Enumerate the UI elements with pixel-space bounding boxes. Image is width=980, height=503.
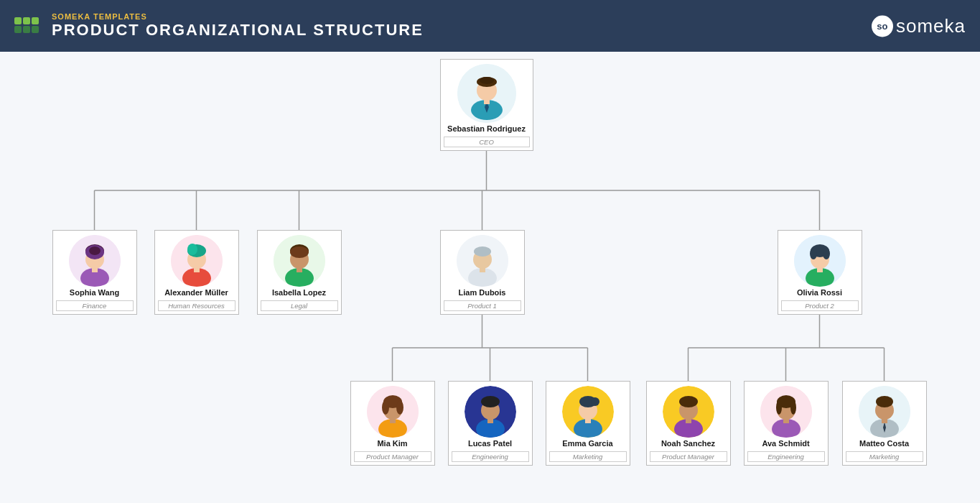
header: SOMEKA TEMPLATES PRODUCT ORGANIZATIONAL …: [0, 0, 980, 52]
org-chart: Sebastian Rodriguez CEO: [24, 52, 957, 503]
svg-point-60: [382, 400, 389, 415]
mia-svg: [367, 386, 419, 438]
svg-point-47: [474, 246, 491, 257]
ceo-name: Sebastian Rodriguez: [447, 124, 526, 133]
ava-role: Engineering: [747, 451, 825, 462]
node-mia: Mia Kim Product Manager: [350, 381, 435, 466]
svg-point-54: [823, 248, 830, 259]
emma-name: Emma Garcia: [562, 439, 612, 448]
svg-point-23: [480, 77, 494, 84]
noah-name: Noah Sanchez: [661, 439, 715, 448]
sophia-role: Finance: [56, 300, 134, 311]
emma-box: Emma Garcia Marketing: [546, 381, 630, 466]
isabella-avatar: [274, 235, 325, 287]
lucas-svg: [465, 386, 516, 438]
ava-svg: [760, 386, 812, 438]
ceo-avatar-svg: [457, 64, 516, 123]
header-title: PRODUCT ORGANIZATIONAL STRUCTURE: [52, 21, 424, 40]
svg-point-72: [591, 397, 599, 406]
noah-box: Noah Sanchez Product Manager: [646, 381, 731, 466]
ava-name: Ava Schmidt: [762, 439, 809, 448]
isabella-svg: [274, 235, 325, 287]
svg-point-36: [187, 244, 197, 255]
logo-sq-1: [14, 17, 22, 24]
sophia-box: Sophia Wang Finance: [52, 230, 137, 315]
node-ava: Ava Schmidt Engineering: [744, 381, 829, 466]
ava-box: Ava Schmidt Engineering: [744, 381, 829, 466]
olivia-name: Olivia Rossi: [797, 288, 842, 297]
matteo-svg: [859, 386, 910, 438]
lucas-role: Engineering: [452, 451, 529, 462]
liam-svg: [457, 235, 508, 287]
lucas-avatar: [465, 386, 516, 438]
chart-area: Sebastian Rodriguez CEO: [0, 52, 980, 503]
liam-box: Liam Dubois Product 1: [440, 230, 525, 315]
logo-sq-2: [23, 17, 30, 24]
matteo-avatar: [859, 386, 910, 438]
svg-point-61: [396, 400, 403, 415]
node-emma: Emma Garcia Marketing: [546, 381, 630, 466]
alex-name: Alexander Müller: [164, 288, 228, 297]
svg-point-90: [876, 396, 893, 407]
logo-sq-4: [14, 26, 22, 33]
noah-role: Product Manager: [650, 451, 727, 462]
sophia-svg: [69, 235, 121, 287]
matteo-role: Marketing: [846, 451, 923, 462]
mia-avatar: [367, 386, 419, 438]
svg-point-84: [790, 400, 796, 415]
node-liam: Liam Dubois Product 1: [440, 230, 525, 315]
node-lucas: Lucas Patel Engineering: [448, 381, 533, 466]
matteo-name: Matteo Costa: [859, 439, 909, 448]
alex-box: Alexander Müller Human Resources: [154, 230, 239, 315]
noah-avatar: [663, 386, 714, 438]
svg-point-66: [481, 396, 500, 407]
node-matteo: Matteo Costa Marketing: [842, 381, 927, 466]
lucas-box: Lucas Patel Engineering: [448, 381, 533, 466]
header-text: SOMEKA TEMPLATES PRODUCT ORGANIZATIONAL …: [52, 12, 424, 40]
node-isabella: Isabella Lopez Legal: [257, 230, 342, 315]
header-brand: SOMEKA TEMPLATES: [52, 12, 424, 21]
brand-name: someka: [896, 15, 966, 37]
mia-name: Mia Kim: [377, 439, 407, 448]
emma-avatar: [562, 386, 614, 438]
sophia-avatar: [69, 235, 121, 287]
alex-svg: [171, 235, 223, 287]
alex-role: Human Resources: [158, 300, 235, 311]
logo-sq-6: [32, 26, 39, 33]
svg-point-77: [679, 396, 698, 407]
svg-point-83: [776, 400, 782, 415]
olivia-svg: [794, 235, 846, 287]
isabella-box: Isabella Lopez Legal: [257, 230, 342, 315]
ceo-box: Sebastian Rodriguez CEO: [440, 59, 533, 151]
brand-circle: so: [872, 15, 893, 37]
liam-avatar: [457, 235, 508, 287]
mia-box: Mia Kim Product Manager: [350, 381, 435, 466]
olivia-role: Product 2: [781, 300, 859, 311]
node-alex: Alexander Müller Human Resources: [154, 230, 239, 315]
isabella-name: Isabella Lopez: [272, 288, 326, 297]
logo-sq-3: [32, 17, 39, 24]
logo-squares: [14, 17, 39, 33]
svg-point-42: [290, 246, 309, 258]
ava-avatar: [760, 386, 812, 438]
logo: [14, 17, 39, 34]
node-ceo: Sebastian Rodriguez CEO: [440, 59, 533, 151]
noah-svg: [663, 386, 714, 438]
mia-role: Product Manager: [354, 451, 431, 462]
liam-name: Liam Dubois: [458, 288, 505, 297]
node-olivia: Olivia Rossi Product 2: [778, 230, 862, 315]
logo-sq-5: [23, 26, 30, 33]
svg-point-30: [89, 246, 101, 255]
sophia-name: Sophia Wang: [70, 288, 119, 297]
node-sophia: Sophia Wang Finance: [52, 230, 137, 315]
isabella-role: Legal: [261, 300, 338, 311]
lucas-name: Lucas Patel: [468, 439, 512, 448]
ceo-avatar: [457, 64, 516, 123]
node-noah: Noah Sanchez Product Manager: [646, 381, 731, 466]
liam-role: Product 1: [444, 300, 521, 311]
alex-avatar: [171, 235, 223, 287]
olivia-box: Olivia Rossi Product 2: [778, 230, 862, 315]
olivia-avatar: [794, 235, 846, 287]
ceo-role: CEO: [444, 137, 530, 147]
emma-svg: [562, 386, 614, 438]
